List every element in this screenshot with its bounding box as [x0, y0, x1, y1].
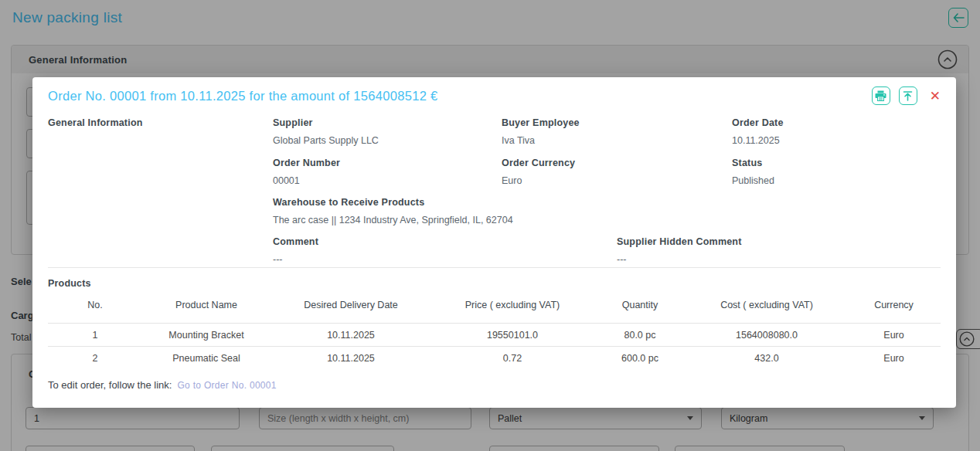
products-section-label: Products	[48, 278, 941, 289]
order-number-value: 00001	[273, 175, 300, 186]
order-number-label: Order Number	[273, 158, 340, 168]
order-date-label: Order Date	[732, 117, 784, 128]
supplier-hidden-comment-label: Supplier Hidden Comment	[617, 236, 742, 247]
col-cost: Cost ( excluding VAT)	[686, 293, 847, 324]
cell-delivery-date: 10.11.2025	[271, 347, 431, 370]
app-viewport: New packing list General Information Sel…	[0, 0, 980, 451]
col-quantity: Quantity	[594, 293, 686, 324]
print-button[interactable]	[872, 86, 890, 105]
cell-product-name: Mounting Bracket	[142, 324, 271, 347]
cell-product-name: Pneumatic Seal	[142, 347, 271, 370]
close-icon: ✕	[930, 89, 941, 103]
go-to-order-link[interactable]: Go to Order No. 00001	[177, 380, 276, 391]
products-table-header-row: No. Product Name Desired Delivery Date P…	[48, 293, 941, 324]
col-no: No.	[48, 293, 142, 324]
status-label: Status	[732, 158, 762, 168]
modal-title: Order No. 00001 from 10.11.2025 for the …	[48, 89, 863, 103]
cell-cost: 432.0	[686, 347, 847, 370]
edit-order-hint: To edit order, follow the link:	[48, 379, 172, 391]
general-info-section-label: General Information	[48, 117, 143, 128]
col-desired-delivery-date: Desired Delivery Date	[271, 293, 431, 324]
buyer-employee-label: Buyer Employee	[502, 117, 580, 128]
printer-icon	[875, 90, 886, 101]
section-divider	[48, 267, 941, 268]
comment-value: ---	[273, 254, 283, 265]
order-details-modal: Order No. 00001 from 10.11.2025 for the …	[32, 77, 956, 408]
warehouse-value: The arc case || 1234 Industry Ave, Sprin…	[273, 215, 513, 226]
cell-quantity: 80.0 pc	[594, 324, 686, 347]
cell-cost: 1564008080.0	[686, 324, 847, 347]
cell-currency: Euro	[847, 347, 941, 370]
modal-header: Order No. 00001 from 10.11.2025 for the …	[48, 77, 941, 105]
cell-price: 19550101.0	[431, 324, 594, 347]
supplier-value: Global Parts Supply LLC	[273, 135, 379, 146]
order-date-value: 10.11.2025	[732, 135, 780, 146]
table-row: 1 Mounting Bracket 10.11.2025 19550101.0…	[48, 324, 941, 347]
supplier-hidden-comment-value: ---	[617, 254, 627, 265]
col-currency: Currency	[847, 293, 941, 324]
cell-currency: Euro	[847, 324, 941, 347]
cell-no: 1	[48, 324, 142, 347]
cell-delivery-date: 10.11.2025	[271, 324, 431, 347]
upload-icon	[903, 91, 913, 101]
cell-no: 2	[48, 347, 142, 370]
col-price: Price ( excluding VAT)	[431, 293, 594, 324]
close-modal-button[interactable]: ✕	[930, 90, 941, 103]
supplier-label: Supplier	[273, 117, 313, 128]
cell-price: 0.72	[431, 347, 594, 370]
modal-footer: To edit order, follow the link: Go to Or…	[48, 379, 941, 391]
status-value: Published	[732, 175, 774, 186]
products-table: No. Product Name Desired Delivery Date P…	[48, 293, 941, 370]
warehouse-label: Warehouse to Receive Products	[273, 197, 424, 208]
order-currency-value: Euro	[502, 175, 522, 186]
export-button[interactable]	[899, 86, 917, 105]
order-general-info: General Information Supplier Global Part…	[48, 113, 941, 267]
comment-label: Comment	[273, 236, 318, 247]
buyer-employee-value: Iva Tiva	[502, 135, 535, 146]
order-currency-label: Order Currency	[502, 158, 575, 168]
table-row: 2 Pneumatic Seal 10.11.2025 0.72 600.0 p…	[48, 347, 941, 370]
col-product-name: Product Name	[142, 293, 271, 324]
cell-quantity: 600.0 pc	[594, 347, 686, 370]
